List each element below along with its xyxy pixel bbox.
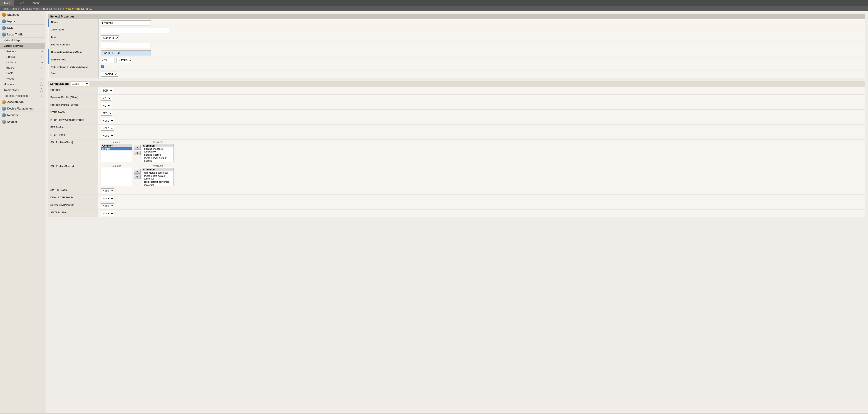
rtsp-profile-select[interactable]: None: [101, 133, 114, 138]
protocol-select[interactable]: TCP: [101, 88, 113, 93]
sidebar-item-monitors[interactable]: Monitors ○: [0, 81, 45, 87]
destination-value-cell: [99, 49, 866, 57]
smtps-row: SMTPS Profile None: [48, 187, 865, 195]
ssl-client-available-list[interactable]: /Common clientssl-insecure-compatible cl…: [142, 144, 174, 162]
description-input[interactable]: [101, 28, 169, 33]
breadcrumb-part1[interactable]: Local Traffic: [3, 7, 17, 10]
server-ldap-select[interactable]: None: [101, 203, 114, 208]
sidebar-section-device-management[interactable]: Device Management: [0, 105, 45, 112]
rtsp-profile-label: RTSP Profile: [48, 132, 98, 140]
ssl-client-selected-box: Selected /Common clientssl: [101, 141, 132, 162]
ssl-client-avail-item-0[interactable]: clientssl-insecure-compatible: [142, 147, 174, 153]
breadcrumb-part2[interactable]: Virtual Servers : Virtual Server List: [21, 7, 62, 10]
ftp-profile-select[interactable]: None: [101, 126, 114, 131]
acceleration-icon: [2, 100, 6, 104]
type-select[interactable]: Standard: [101, 35, 119, 40]
sidebar-item-ciphers[interactable]: Ciphers ►: [0, 60, 45, 65]
destination-label: Destination Address/Mask: [49, 49, 99, 57]
description-row: Description: [49, 27, 866, 34]
sidebar-item-irules[interactable]: iRules ►: [0, 65, 45, 70]
http-proxy-select[interactable]: None: [101, 118, 114, 123]
http-proxy-value-cell: None: [98, 117, 865, 124]
smtp-select[interactable]: None: [101, 211, 114, 216]
ssl-client-row: SSL Profile (Client) Selected /Common cl…: [48, 140, 865, 164]
protocol-value-cell: TCP: [98, 87, 865, 94]
tab-about[interactable]: About: [28, 0, 44, 6]
smtp-label: SMTP Profile: [48, 210, 98, 217]
monitors-plus-icon[interactable]: ○: [40, 83, 43, 86]
sidebar-item-policies[interactable]: Policies ►: [0, 49, 45, 54]
device-mgmt-icon: [2, 107, 6, 111]
sidebar-section-local-traffic[interactable]: Local Traffic: [0, 31, 45, 38]
ssl-server-available-list[interactable]: /Common apm-default-serverssl crypto-cli…: [142, 168, 174, 186]
breadcrumb-sep2: »: [63, 7, 65, 10]
state-select[interactable]: Enabled: [101, 71, 118, 77]
ssl-server-avail-item-0[interactable]: apm-default-serverssl: [142, 171, 174, 174]
tab-main[interactable]: Main: [0, 0, 14, 6]
service-port-input[interactable]: [101, 58, 115, 63]
sidebar-item-virtual-servers[interactable]: Virtual Servers ►: [0, 43, 45, 49]
smtps-select[interactable]: None: [101, 188, 114, 194]
ssl-server-avail-item-2[interactable]: pcoip-default-serverssl: [142, 180, 174, 183]
ssl-server-move-left-button[interactable]: <<: [134, 169, 141, 174]
rtsp-profile-row: RTSP Profile None: [48, 132, 865, 140]
ssl-client-selected-list[interactable]: /Common clientssl: [101, 144, 132, 162]
destination-row: Destination Address/Mask: [49, 49, 866, 57]
notify-checkbox[interactable]: [101, 65, 104, 68]
irules-arrow-icon: ►: [41, 66, 43, 69]
ssl-server-arrow-buttons: << >>: [134, 165, 141, 179]
notify-label: Notify Status to Virtual Address: [49, 64, 99, 70]
sidebar-section-system[interactable]: System: [0, 118, 45, 125]
nodes-arrow-icon: ►: [41, 78, 43, 80]
content-area: General Properties Name Description Type…: [45, 11, 868, 413]
traffic-class-plus-icon[interactable]: ○: [40, 88, 43, 92]
ssl-client-container: Selected /Common clientssl << >> Availab…: [101, 141, 863, 162]
name-input[interactable]: [101, 21, 151, 25]
sidebar-item-nodes[interactable]: Nodes ►: [0, 76, 45, 81]
sidebar-item-profiles[interactable]: Profiles ►: [0, 54, 45, 60]
ssl-client-avail-item-1[interactable]: clientssl-secure: [142, 153, 174, 156]
sidebar-section-network[interactable]: Network: [0, 112, 45, 118]
sidebar-section-dns[interactable]: DNS: [0, 25, 45, 31]
config-select[interactable]: Basic Advanced: [71, 82, 89, 86]
ssl-client-item-clientssl[interactable]: clientssl: [101, 147, 132, 150]
sidebar-section-acceleration[interactable]: Acceleration: [0, 99, 45, 105]
http-profile-label: HTTP Profile: [48, 110, 98, 117]
sidebar-item-address-translation[interactable]: Address Translation ►: [0, 93, 45, 99]
http-profile-select[interactable]: http: [101, 111, 112, 116]
type-row: Type Standard: [49, 34, 866, 42]
client-ldap-row: Client LDAP Profile None: [48, 195, 865, 202]
sidebar-section-statistics[interactable]: Statistics: [0, 11, 45, 18]
ssl-client-selected-label: Selected: [112, 141, 121, 143]
ssl-client-move-left-button[interactable]: <<: [134, 145, 141, 150]
profiles-arrow-icon: ►: [41, 56, 43, 58]
sidebar-label-statistics: Statistics: [7, 13, 19, 17]
proto-server-select[interactable]: tcp: [101, 103, 111, 108]
state-value-cell: Enabled: [99, 70, 866, 78]
state-row: State Enabled: [49, 70, 866, 78]
sidebar-section-iapps[interactable]: iApps: [0, 18, 45, 25]
client-ldap-select[interactable]: None: [101, 196, 114, 201]
http-proxy-label: HTTP Proxy Connect Profile: [48, 117, 98, 124]
dns-icon: [2, 26, 6, 30]
ssl-server-avail-item-3[interactable]: serverssl: [142, 183, 174, 186]
rtsp-profile-value-cell: None: [98, 132, 865, 140]
ssl-server-value-cell: Selected << >> Available /Common: [98, 164, 865, 187]
ssl-client-move-right-button[interactable]: >>: [134, 151, 141, 155]
smtps-label: SMTPS Profile: [48, 187, 98, 195]
proto-client-select[interactable]: tcp: [101, 96, 111, 101]
sidebar-label-device-management: Device Management: [7, 107, 33, 110]
source-address-input[interactable]: [101, 43, 151, 48]
ssl-server-avail-item-1[interactable]: crypto-client-default-serverssl: [142, 174, 174, 180]
sidebar-item-network-map[interactable]: Network Map: [0, 38, 45, 43]
sidebar-item-traffic-class[interactable]: Traffic Class ○: [0, 87, 45, 93]
destination-input[interactable]: [101, 51, 151, 55]
tab-help[interactable]: Help: [14, 0, 28, 6]
ssl-server-selected-list[interactable]: [101, 168, 132, 186]
server-ldap-value-cell: None: [98, 202, 865, 210]
sidebar-item-pools[interactable]: Pools: [0, 70, 45, 76]
ssl-client-avail-item-2[interactable]: crypto-server-default-clientssl: [142, 156, 174, 162]
service-port-protocol-select[interactable]: HTTPS: [117, 58, 132, 63]
ssl-server-move-right-button[interactable]: >>: [134, 175, 141, 179]
smtp-value-cell: None: [98, 210, 865, 217]
